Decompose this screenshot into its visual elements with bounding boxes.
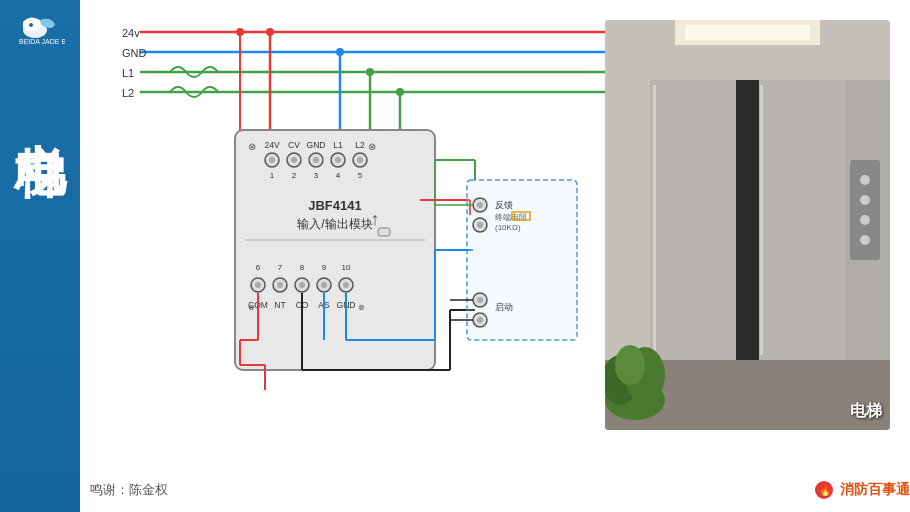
svg-point-15 <box>266 28 274 36</box>
svg-text:24V: 24V <box>264 140 279 150</box>
svg-point-63 <box>343 282 349 288</box>
big-text: 电梯 <box>14 101 66 109</box>
svg-text:GND: GND <box>307 140 326 150</box>
svg-point-42 <box>353 153 367 167</box>
svg-text:L2: L2 <box>355 140 365 150</box>
svg-text:CO: CO <box>296 300 309 310</box>
svg-point-62 <box>339 278 353 292</box>
svg-text:8: 8 <box>300 263 305 272</box>
svg-text:4: 4 <box>336 171 341 180</box>
svg-point-127 <box>860 235 870 245</box>
svg-point-41 <box>335 157 341 163</box>
svg-point-125 <box>860 195 870 205</box>
credit-text: 鸣谢：陈金权 <box>90 481 168 499</box>
svg-point-18 <box>396 88 404 96</box>
wiring-diagram: 24v GND L1 L2 24V CV GND L1 L2 <box>80 0 640 470</box>
logo-icon: BEIDA JADE BIRD <box>15 12 65 47</box>
svg-point-126 <box>860 215 870 225</box>
svg-text:L1: L1 <box>122 67 134 79</box>
svg-rect-119 <box>653 85 656 355</box>
svg-text:COM: COM <box>248 300 268 310</box>
svg-text:6: 6 <box>256 263 261 272</box>
svg-point-39 <box>313 157 319 163</box>
svg-point-1 <box>29 23 33 27</box>
footer: 鸣谢：陈金权 🔥 消防百事通 <box>90 480 910 500</box>
svg-rect-115 <box>685 25 810 40</box>
main-area: 24v GND L1 L2 24V CV GND L1 L2 <box>80 0 910 512</box>
svg-text:L1: L1 <box>333 140 343 150</box>
svg-text:GND: GND <box>122 47 147 59</box>
svg-point-36 <box>287 153 301 167</box>
svg-text:JBF4141: JBF4141 <box>308 198 361 213</box>
svg-text:⊗: ⊗ <box>248 141 256 152</box>
svg-point-59 <box>299 282 305 288</box>
svg-point-16 <box>336 48 344 56</box>
svg-text:⊗: ⊗ <box>248 303 255 312</box>
logo-area: BEIDA JADE BIRD <box>15 12 65 51</box>
svg-point-35 <box>269 157 275 163</box>
svg-text:🔥: 🔥 <box>819 484 832 497</box>
svg-text:⊗: ⊗ <box>358 303 365 312</box>
svg-rect-117 <box>757 80 845 360</box>
svg-point-37 <box>291 157 297 163</box>
svg-rect-118 <box>736 80 759 360</box>
fire-icon: 🔥 <box>814 480 834 500</box>
svg-text:↑: ↑ <box>371 209 380 229</box>
svg-point-34 <box>265 153 279 167</box>
svg-text:3: 3 <box>314 171 319 180</box>
brand-right: 🔥 消防百事通 <box>814 480 910 500</box>
svg-point-105 <box>473 313 487 327</box>
svg-point-103 <box>473 293 487 307</box>
svg-text:BEIDA JADE BIRD: BEIDA JADE BIRD <box>19 38 65 45</box>
svg-rect-120 <box>760 85 763 355</box>
svg-text:CV: CV <box>288 140 300 150</box>
svg-text:反馈: 反馈 <box>495 200 513 210</box>
svg-point-55 <box>255 282 261 288</box>
svg-point-124 <box>860 175 870 185</box>
svg-text:1: 1 <box>270 171 275 180</box>
svg-text:(10KΩ): (10KΩ) <box>495 223 521 232</box>
svg-point-57 <box>277 282 283 288</box>
brand-label: 消防百事通 <box>840 481 910 499</box>
svg-rect-116 <box>650 80 738 360</box>
svg-text:9: 9 <box>322 263 327 272</box>
svg-point-61 <box>321 282 327 288</box>
svg-text:⊗: ⊗ <box>368 141 376 152</box>
svg-text:NT: NT <box>274 300 285 310</box>
svg-rect-94 <box>467 180 577 340</box>
svg-text:7: 7 <box>278 263 283 272</box>
svg-text:终端电阻: 终端电阻 <box>495 213 527 222</box>
svg-point-106 <box>477 317 483 323</box>
svg-point-54 <box>251 278 265 292</box>
svg-text:启动: 启动 <box>495 302 513 312</box>
svg-text:10: 10 <box>342 263 351 272</box>
svg-text:L2: L2 <box>122 87 134 99</box>
svg-text:输入/输出模块: 输入/输出模块 <box>297 217 372 231</box>
svg-point-43 <box>357 157 363 163</box>
svg-point-58 <box>295 278 309 292</box>
sidebar: BEIDA JADE BIRD 电梯 <box>0 0 80 512</box>
svg-text:GND: GND <box>337 300 356 310</box>
svg-text:24v: 24v <box>122 27 140 39</box>
svg-point-38 <box>309 153 323 167</box>
svg-point-104 <box>477 297 483 303</box>
svg-point-40 <box>331 153 345 167</box>
svg-point-131 <box>615 345 645 385</box>
svg-point-56 <box>273 278 287 292</box>
svg-point-98 <box>477 222 483 228</box>
svg-point-95 <box>473 198 487 212</box>
svg-point-60 <box>317 278 331 292</box>
elevator-image <box>605 20 890 430</box>
svg-text:AS: AS <box>318 300 330 310</box>
svg-point-96 <box>477 202 483 208</box>
svg-point-17 <box>366 68 374 76</box>
svg-rect-52 <box>378 228 390 236</box>
svg-text:5: 5 <box>358 171 363 180</box>
svg-rect-102 <box>512 212 530 220</box>
svg-rect-26 <box>235 130 435 370</box>
elevator-photo: 电梯 <box>605 20 890 430</box>
elevator-photo-label: 电梯 <box>850 401 882 422</box>
svg-point-25 <box>236 28 244 36</box>
svg-text:2: 2 <box>292 171 297 180</box>
svg-point-97 <box>473 218 487 232</box>
